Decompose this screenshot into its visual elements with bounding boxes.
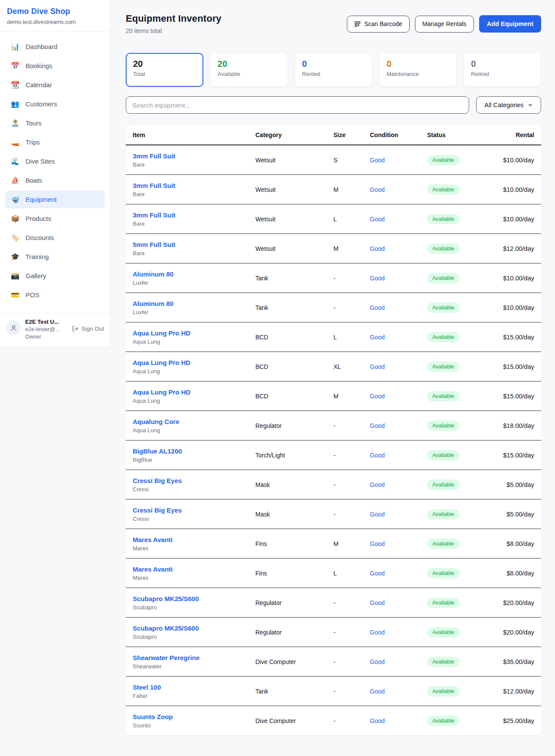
- table-row[interactable]: BigBlue AL1200 BigBlue Torch/Light - Goo…: [126, 440, 541, 470]
- table-row[interactable]: Mares Avanti Mares Fins L Good Available…: [126, 558, 541, 588]
- sidebar-item-bookings[interactable]: 📅 Bookings: [5, 57, 105, 75]
- sidebar-item-calendar[interactable]: 📆 Calendar: [5, 76, 105, 94]
- item-cell: Aluminum 80 Luxfer: [133, 300, 255, 316]
- sign-out-button[interactable]: Sign Out: [72, 325, 104, 332]
- table-row[interactable]: Cressi Big Eyes Cressi Mask - Good Avail…: [126, 499, 541, 529]
- stat-card-rented[interactable]: 0 Rented: [295, 53, 372, 87]
- condition-link[interactable]: Good: [370, 275, 427, 282]
- sidebar-item-dashboard[interactable]: 📊 Dashboard: [5, 38, 105, 56]
- table-row[interactable]: Scubapro MK25/S600 Scubapro Regulator - …: [126, 588, 541, 617]
- status-cell: Available: [427, 627, 469, 638]
- table-row[interactable]: Cressi Big Eyes Cressi Mask - Good Avail…: [126, 470, 541, 499]
- item-name-link[interactable]: 3mm Full Suit: [133, 152, 255, 160]
- item-name-link[interactable]: 3mm Full Suit: [133, 182, 255, 189]
- brand-block: Demo Dive Shop demo.test.divestreams.com: [0, 0, 110, 32]
- sidebar-item-gallery[interactable]: 📸 Gallery: [5, 267, 105, 285]
- sidebar-item-products[interactable]: 📦 Products: [5, 210, 105, 227]
- condition-link[interactable]: Good: [370, 717, 427, 724]
- condition-link[interactable]: Good: [370, 629, 427, 636]
- condition-link[interactable]: Good: [370, 334, 427, 341]
- item-name-link[interactable]: Aqua Lung Pro HD: [133, 329, 255, 337]
- table-row[interactable]: Aqua Lung Pro HD Aqua Lung BCD L Good Av…: [126, 322, 541, 352]
- sidebar-item-discounts[interactable]: 🏷️ Discounts: [5, 229, 105, 247]
- table-row[interactable]: Suunto Zoop Suunto Dive Computer - Good …: [126, 706, 541, 735]
- table-row[interactable]: Aluminum 80 Luxfer Tank - Good Available…: [126, 293, 541, 322]
- condition-link[interactable]: Good: [370, 216, 427, 223]
- stat-card-available[interactable]: 20 Available: [210, 53, 288, 87]
- condition-link[interactable]: Good: [370, 393, 427, 400]
- table-row[interactable]: 5mm Full Suit Bare Wetsuit M Good Availa…: [126, 233, 541, 263]
- table-row[interactable]: Scubapro MK25/S600 Scubapro Regulator - …: [126, 617, 541, 647]
- sidebar-item-pos[interactable]: 💳 POS: [5, 286, 105, 304]
- condition-link[interactable]: Good: [370, 363, 427, 370]
- table-row[interactable]: Aqua Lung Pro HD Aqua Lung BCD XL Good A…: [126, 352, 541, 381]
- condition-link[interactable]: Good: [370, 688, 427, 695]
- nav-item-icon: 📆: [11, 82, 20, 89]
- equipment-table: Item Category Size Condition Status Rent…: [126, 125, 541, 735]
- table-row[interactable]: Shearwater Peregrine Shearwater Dive Com…: [126, 647, 541, 676]
- table-row[interactable]: 3mm Full Suit Bare Wetsuit S Good Availa…: [126, 145, 541, 174]
- condition-link[interactable]: Good: [370, 245, 427, 252]
- item-name-link[interactable]: Steel 100: [133, 684, 255, 691]
- condition-link[interactable]: Good: [370, 304, 427, 311]
- item-name-link[interactable]: 5mm Full Suit: [133, 241, 255, 248]
- sidebar-item-trips[interactable]: 🚤 Trips: [5, 133, 105, 151]
- sidebar-item-dive-sites[interactable]: 🌊 Dive Sites: [5, 152, 105, 170]
- sidebar-item-customers[interactable]: 👥 Customers: [5, 95, 105, 113]
- sidebar-item-equipment[interactable]: 🤿 Equipment: [5, 191, 105, 208]
- condition-link[interactable]: Good: [370, 157, 427, 164]
- stats-row: 20 Total 20 Available 0 Rented 0 Mainten…: [126, 53, 541, 87]
- condition-link[interactable]: Good: [370, 511, 427, 518]
- category-select[interactable]: All Categories: [476, 96, 541, 114]
- condition-link[interactable]: Good: [370, 570, 427, 577]
- condition-link[interactable]: Good: [370, 540, 427, 547]
- table-row[interactable]: 3mm Full Suit Bare Wetsuit L Good Availa…: [126, 204, 541, 233]
- rental-cell: $10.00/day: [469, 157, 534, 164]
- item-name-link[interactable]: Shearwater Peregrine: [133, 654, 255, 661]
- item-name-link[interactable]: Mares Avanti: [133, 536, 255, 543]
- item-name-link[interactable]: Aqua Lung Pro HD: [133, 359, 255, 366]
- item-name-link[interactable]: Aluminum 80: [133, 270, 255, 278]
- status-badge: Available: [427, 332, 460, 342]
- add-equipment-button[interactable]: Add Equipment: [479, 15, 541, 33]
- item-name-link[interactable]: Suunto Zoop: [133, 713, 255, 720]
- status-badge: Available: [427, 155, 460, 165]
- table-row[interactable]: Mares Avanti Mares Fins M Good Available…: [126, 529, 541, 558]
- item-brand: Cressi: [133, 516, 255, 522]
- item-name-link[interactable]: Aqualung Core: [133, 418, 255, 425]
- search-input[interactable]: [126, 96, 469, 114]
- sidebar-item-boats[interactable]: ⛵ Boats: [5, 171, 105, 189]
- item-name-link[interactable]: Cressi Big Eyes: [133, 506, 255, 514]
- table-row[interactable]: Aqua Lung Pro HD Aqua Lung BCD M Good Av…: [126, 381, 541, 411]
- item-cell: Cressi Big Eyes Cressi: [133, 506, 255, 522]
- stat-card-total[interactable]: 20 Total: [126, 53, 203, 87]
- table-row[interactable]: Aqualung Core Aqua Lung Regulator - Good…: [126, 411, 541, 440]
- item-name-link[interactable]: Scubapro MK25/S600: [133, 625, 255, 632]
- stat-card-maintenance[interactable]: 0 Maintenance: [379, 53, 457, 87]
- scan-barcode-button[interactable]: Scan Barcode: [347, 16, 410, 33]
- condition-link[interactable]: Good: [370, 422, 427, 429]
- nav-item-label: Dive Sites: [26, 158, 55, 165]
- item-name-link[interactable]: Aqua Lung Pro HD: [133, 388, 255, 396]
- status-cell: Available: [427, 509, 469, 519]
- condition-link[interactable]: Good: [370, 658, 427, 665]
- condition-link[interactable]: Good: [370, 452, 427, 459]
- manage-rentals-button[interactable]: Manage Rentals: [415, 16, 474, 33]
- category-cell: Tank: [255, 304, 333, 311]
- item-name-link[interactable]: Aluminum 80: [133, 300, 255, 307]
- table-row[interactable]: Steel 100 Faber Tank - Good Available $1…: [126, 676, 541, 706]
- table-row[interactable]: Aluminum 80 Luxfer Tank - Good Available…: [126, 263, 541, 293]
- sidebar-item-tours[interactable]: 🏝️ Tours: [5, 114, 105, 132]
- stat-card-retired[interactable]: 0 Retired: [464, 53, 541, 87]
- item-name-link[interactable]: BigBlue AL1200: [133, 447, 255, 455]
- condition-link[interactable]: Good: [370, 599, 427, 606]
- item-name-link[interactable]: Cressi Big Eyes: [133, 477, 255, 484]
- item-name-link[interactable]: 3mm Full Suit: [133, 211, 255, 219]
- sidebar-item-training[interactable]: 🎓 Training: [5, 248, 105, 266]
- item-name-link[interactable]: Scubapro MK25/S600: [133, 595, 255, 602]
- item-name-link[interactable]: Mares Avanti: [133, 565, 255, 573]
- condition-link[interactable]: Good: [370, 186, 427, 193]
- condition-link[interactable]: Good: [370, 481, 427, 488]
- item-cell: BigBlue AL1200 BigBlue: [133, 447, 255, 463]
- table-row[interactable]: 3mm Full Suit Bare Wetsuit M Good Availa…: [126, 174, 541, 204]
